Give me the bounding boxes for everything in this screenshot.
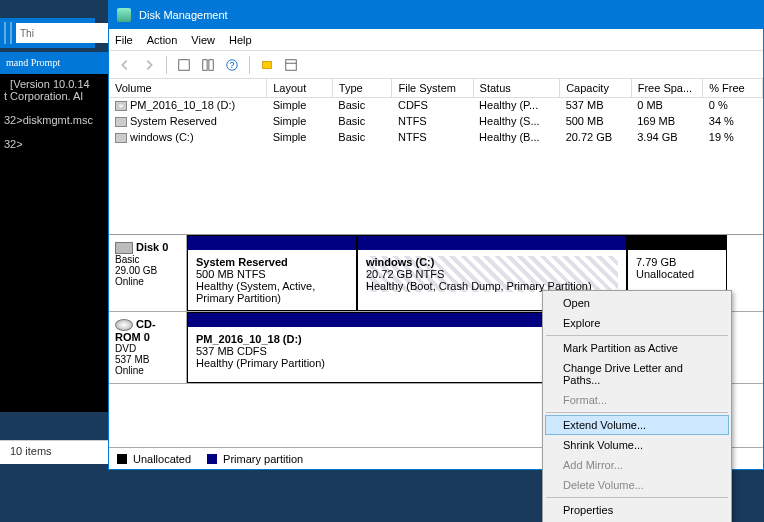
svg-rect-0 bbox=[179, 59, 190, 70]
drive-icon bbox=[115, 117, 127, 127]
task-icon[interactable] bbox=[10, 22, 12, 44]
menu-item-open[interactable]: Open bbox=[545, 293, 729, 313]
svg-text:?: ? bbox=[229, 58, 234, 69]
column-header[interactable]: Layout bbox=[267, 79, 333, 97]
column-header[interactable]: Volume bbox=[109, 79, 267, 97]
app-icon bbox=[117, 8, 131, 22]
legend-label: Unallocated bbox=[133, 453, 191, 465]
disk-info[interactable]: CD-ROM 0DVD537 MBOnline bbox=[109, 312, 187, 383]
menu-action[interactable]: Action bbox=[147, 34, 178, 46]
volume-table[interactable]: VolumeLayoutTypeFile SystemStatusCapacit… bbox=[109, 79, 763, 145]
svg-rect-1 bbox=[203, 59, 207, 70]
menu-item-properties[interactable]: Properties bbox=[545, 500, 729, 520]
menu-item-shrink-volume[interactable]: Shrink Volume... bbox=[545, 435, 729, 455]
task-icon[interactable] bbox=[4, 22, 6, 44]
refresh-button[interactable] bbox=[198, 55, 218, 75]
legend-label: Primary partition bbox=[223, 453, 303, 465]
context-menu: OpenExploreMark Partition as ActiveChang… bbox=[542, 290, 732, 522]
menu-item-add-mirror: Add Mirror... bbox=[545, 455, 729, 475]
back-button bbox=[115, 55, 135, 75]
svg-rect-2 bbox=[209, 59, 213, 70]
menu-bar: FileActionViewHelp bbox=[109, 29, 763, 51]
menu-item-explore[interactable]: Explore bbox=[545, 313, 729, 333]
column-header[interactable]: Capacity bbox=[560, 79, 632, 97]
menu-item-extend-volume[interactable]: Extend Volume... bbox=[545, 415, 729, 435]
disk-info[interactable]: Disk 0Basic29.00 GBOnline bbox=[109, 235, 187, 311]
column-header[interactable]: Status bbox=[473, 79, 560, 97]
volume-row[interactable]: PM_2016_10_18 (D:)SimpleBasicCDFSHealthy… bbox=[109, 97, 763, 113]
volume-list-pane: VolumeLayoutTypeFile SystemStatusCapacit… bbox=[109, 79, 763, 235]
menu-help[interactable]: Help bbox=[229, 34, 252, 46]
help-button[interactable]: ? bbox=[222, 55, 242, 75]
svg-rect-5 bbox=[263, 61, 272, 68]
menu-item-change-drive-letter-and-paths[interactable]: Change Drive Letter and Paths... bbox=[545, 358, 729, 390]
volume-row[interactable]: windows (C:)SimpleBasicNTFSHealthy (B...… bbox=[109, 129, 763, 145]
column-header[interactable]: % Free bbox=[703, 79, 763, 97]
toolbar-button[interactable] bbox=[174, 55, 194, 75]
forward-button bbox=[139, 55, 159, 75]
title-bar[interactable]: Disk Management bbox=[109, 1, 763, 29]
disc-icon bbox=[115, 101, 127, 111]
legend-swatch bbox=[117, 454, 127, 464]
disc-icon bbox=[115, 319, 133, 331]
drive-icon bbox=[115, 242, 133, 254]
drive-icon bbox=[115, 133, 127, 143]
legend-swatch bbox=[207, 454, 217, 464]
menu-item-mark-partition-as-active[interactable]: Mark Partition as Active bbox=[545, 338, 729, 358]
column-header[interactable]: Type bbox=[332, 79, 392, 97]
toolbar-button[interactable] bbox=[257, 55, 277, 75]
column-header[interactable]: File System bbox=[392, 79, 473, 97]
toolbar-button[interactable] bbox=[281, 55, 301, 75]
menu-item-delete-volume: Delete Volume... bbox=[545, 475, 729, 495]
window-title: Disk Management bbox=[139, 9, 228, 21]
toolbar: ? bbox=[109, 51, 763, 79]
menu-file[interactable]: File bbox=[115, 34, 133, 46]
partition[interactable]: System Reserved500 MB NTFSHealthy (Syste… bbox=[187, 235, 357, 311]
menu-item-format: Format... bbox=[545, 390, 729, 410]
taskbar bbox=[0, 18, 95, 48]
svg-rect-6 bbox=[286, 59, 297, 70]
cmd-body: [Version 10.0.14 t Corporation. Al 32>di… bbox=[0, 74, 108, 154]
menu-view[interactable]: View bbox=[191, 34, 215, 46]
column-header[interactable]: Free Spa... bbox=[631, 79, 703, 97]
volume-row[interactable]: System ReservedSimpleBasicNTFSHealthy (S… bbox=[109, 113, 763, 129]
explorer-status-bar: 10 items bbox=[0, 440, 108, 464]
command-prompt-window: mand Prompt [Version 10.0.14 t Corporati… bbox=[0, 52, 108, 412]
cmd-title: mand Prompt bbox=[0, 52, 108, 74]
